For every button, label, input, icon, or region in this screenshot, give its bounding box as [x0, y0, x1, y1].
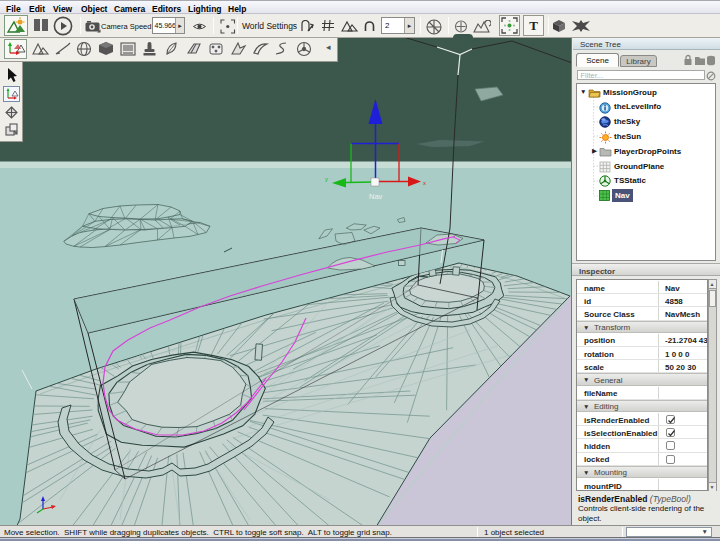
svg-text:x: x	[423, 180, 426, 186]
svg-text:Nav: Nav	[369, 192, 383, 201]
svg-text:y: y	[325, 176, 328, 182]
